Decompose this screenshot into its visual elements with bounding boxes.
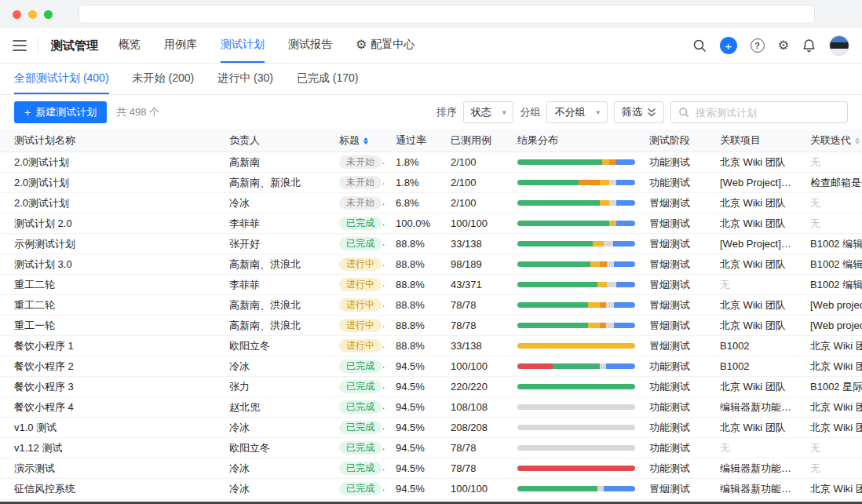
table-row[interactable]: 餐饮小程序 2冷冰已完成94.5%100/100功能测试B1002北京 Wiki… (0, 356, 862, 377)
tested-cases-cell: 78/78 (441, 295, 508, 316)
plan-name[interactable]: 示例测试计划 (14, 238, 75, 250)
column-header-1[interactable]: 测试计划名称 (0, 130, 220, 152)
tested-cases-cell: 78/78 (441, 438, 508, 458)
table-row[interactable]: v1.0 测试冷冰已完成94.5%208/208功能测试北京 Wiki 团队北京… (0, 418, 862, 438)
tested-cases-cell: 100/100 (441, 214, 508, 234)
zoom-window-button[interactable] (44, 10, 53, 19)
owner-cell: 欧阳立冬 (220, 438, 330, 458)
related-project-cell: 无 (710, 438, 801, 458)
table-row[interactable]: 餐饮小程序 1欧阳立冬进行中88.8%33/138冒烟测试B1002北京 Wik… (0, 336, 862, 356)
plan-name[interactable]: 演示测试 (14, 462, 55, 474)
table-row[interactable]: 演示测试冷冰已完成94.5%78/78功能测试编辑器新功能引入无 (0, 458, 862, 479)
table-row[interactable]: 重工二轮李菲菲进行中88.8%43/371冒烟测试无B1002 编辑器 (0, 275, 862, 295)
status-cell: 进行中 (330, 295, 386, 316)
subtab-2[interactable]: 未开始 (200) (133, 64, 195, 94)
table-row[interactable]: v1.12 测试欧阳立冬已完成94.5%78/78功能测试无无 (0, 438, 862, 458)
plan-name[interactable]: 2.0测试计划 (14, 197, 69, 209)
nav-tab-2[interactable]: 用例库 (164, 28, 197, 63)
plan-name[interactable]: 2.0测试计划 (14, 156, 69, 168)
column-header-6[interactable]: 结果分布 (508, 130, 640, 152)
column-header-5[interactable]: 已测用例 (441, 130, 508, 152)
plan-name[interactable]: 重工一轮 (14, 320, 55, 331)
search-icon[interactable] (692, 38, 707, 53)
subtab-4[interactable]: 已完成 (170) (297, 64, 359, 94)
pass-rate-cell: 6.8% (386, 193, 441, 214)
sort-icon[interactable] (363, 137, 368, 144)
owner-cell: 高新南 (220, 152, 330, 173)
group-select[interactable]: 不分组 ▾ (546, 101, 608, 123)
nav-tab-4[interactable]: 测试报告 (288, 28, 332, 63)
tested-cases-cell: 33/138 (441, 234, 508, 254)
filter-button[interactable]: 筛选 (614, 101, 664, 123)
table-row[interactable]: 测试计划 2.0李菲菲已完成100.0%100/100冒烟测试北京 Wiki 团… (0, 214, 862, 234)
table-row[interactable]: 2.0测试计划高新南未开始1.8%2/100功能测试北京 Wiki 团队无 (0, 152, 862, 173)
plan-name[interactable]: 测试计划 2.0 (14, 217, 72, 229)
plan-name[interactable]: v1.0 测试 (14, 422, 57, 433)
test-phase-cell: 冒烟测试 (640, 254, 710, 275)
table-header-row: 测试计划名称负责人标题通过率已测用例结果分布测试阶段关联项目关联迭代 (0, 130, 862, 152)
status-badge: 进行中 (339, 319, 382, 332)
result-distribution-bar (517, 343, 635, 349)
owner-cell: 冷冰 (220, 479, 330, 499)
plan-name[interactable]: 征信风控系统 (14, 483, 75, 495)
owner-cell: 高新南、洪浪北 (220, 254, 330, 275)
table-row[interactable]: 餐饮小程序 3张力已完成94.5%220/220功能测试北京 Wiki 团队B1… (0, 377, 862, 397)
sort-select[interactable]: 状态 ▾ (463, 101, 514, 123)
notifications-bell-icon[interactable] (802, 38, 816, 53)
new-plan-button[interactable]: + 新建测试计划 (14, 101, 107, 123)
table-row[interactable]: 2.0测试计划冷冰未开始6.8%2/100冒烟测试北京 Wiki 团队无 (0, 193, 862, 214)
plan-name[interactable]: 餐饮小程序 2 (14, 360, 74, 372)
plan-name[interactable]: 测试计划 3.0 (14, 258, 72, 270)
avatar[interactable] (829, 35, 849, 56)
result-distribution-bar (517, 302, 635, 308)
column-header-7[interactable]: 测试阶段 (640, 130, 710, 152)
column-header-8[interactable]: 关联项目 (710, 130, 801, 152)
status-cell: 已完成 (330, 397, 386, 418)
plan-name[interactable]: 重工二轮 (14, 279, 55, 290)
minimize-window-button[interactable] (28, 10, 37, 19)
close-window-button[interactable] (13, 10, 21, 19)
related-iteration-cell: 无 (801, 458, 862, 479)
nav-tab-3[interactable]: 测试计划 (221, 28, 265, 63)
result-distribution-bar (517, 384, 635, 389)
table-row[interactable]: 2.0测试计划高新南、新浪北未开始1.8%2/100功能测试[Web Proje… (0, 173, 862, 193)
plan-name-cell: 2.0测试计划 (0, 193, 220, 214)
subtab-3[interactable]: 进行中 (30) (217, 64, 273, 94)
sort-icon[interactable] (855, 137, 860, 144)
plan-name[interactable]: 餐饮小程序 3 (14, 381, 74, 393)
table-row[interactable]: 征信风控系统冷冰已完成94.5%100/100冒烟测试编辑器新功能引入北京 Wi… (0, 479, 862, 499)
tested-cases-cell: 33/138 (441, 336, 508, 356)
status-badge: 已完成 (339, 217, 382, 230)
column-header-2[interactable]: 负责人 (220, 130, 330, 152)
status-cell: 未开始 (330, 193, 386, 214)
tested-cases-cell: 208/208 (441, 418, 508, 438)
url-bar[interactable] (79, 5, 815, 24)
column-header-4[interactable]: 通过率 (386, 130, 441, 152)
table-row[interactable]: 重工一轮高新南、洪浪北进行中88.8%78/78冒烟测试北京 Wiki 团队[W… (0, 316, 862, 336)
plan-filter-tabs: 全部测试计划 (400)未开始 (200)进行中 (30)已完成 (170) (0, 64, 862, 95)
subtab-1[interactable]: 全部测试计划 (400) (14, 64, 109, 94)
plan-name[interactable]: v1.12 测试 (14, 442, 62, 454)
result-distribution-bar (517, 282, 635, 287)
column-header-3[interactable]: 标题 (330, 130, 386, 152)
table-row[interactable]: 示例测试计划张开好已完成88.8%33/138冒烟测试[Web Project]… (0, 234, 862, 254)
menu-icon[interactable] (13, 40, 27, 51)
test-phase-cell: 功能测试 (640, 458, 710, 479)
search-input[interactable] (694, 106, 840, 119)
related-project-cell: 北京 Wiki 团队 (710, 193, 801, 214)
table-row[interactable]: 测试计划 3.0高新南、洪浪北进行中88.8%98/189冒烟测试北京 Wiki… (0, 254, 862, 275)
plan-name[interactable]: 2.0测试计划 (14, 177, 69, 188)
plan-name[interactable]: 餐饮小程序 1 (14, 340, 74, 352)
help-icon[interactable]: ? (751, 38, 765, 53)
column-header-9[interactable]: 关联迭代 (801, 130, 862, 152)
table-row[interactable]: 餐饮小程序 4赵北兜已完成94.5%108/108功能测试编辑器新功能引入北京 … (0, 397, 862, 418)
create-button[interactable]: + (720, 37, 737, 54)
nav-tab-5[interactable]: ⚙配置中心 (356, 28, 415, 63)
plan-name[interactable]: 餐饮小程序 4 (14, 401, 74, 413)
test-phase-cell: 冒烟测试 (640, 193, 710, 214)
settings-gear-icon[interactable]: ⚙ (778, 39, 789, 52)
plan-name[interactable]: 重工二轮 (14, 299, 55, 311)
nav-tab-1[interactable]: 概览 (119, 28, 141, 63)
table-row[interactable]: 重工二轮高新南、洪浪北进行中88.8%78/78冒烟测试北京 Wiki 团队[W… (0, 295, 862, 316)
result-distribution-bar (517, 445, 635, 451)
